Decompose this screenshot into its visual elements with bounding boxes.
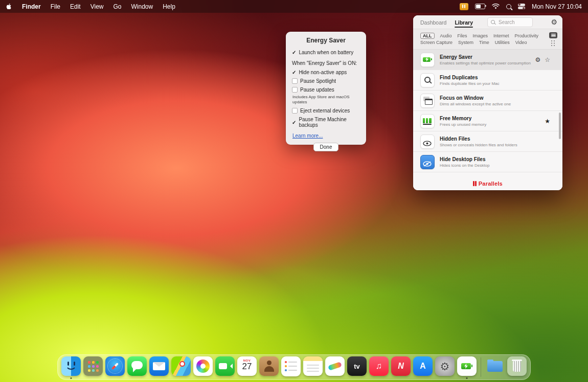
checkbox-pause-time-machine[interactable] — [292, 120, 296, 125]
parallels-toolbox-window: Dashboard Library ⚙ ALL Audio Files Imag… — [413, 15, 562, 190]
dock-system-settings[interactable]: ⚙ — [435, 356, 455, 378]
dock-news[interactable]: N — [391, 356, 411, 378]
list-view-toggle[interactable] — [549, 32, 557, 38]
dialog-footer: Done — [292, 143, 360, 151]
favorite-star-icon[interactable]: ☆ — [545, 57, 550, 63]
filter-audio[interactable]: Audio — [440, 33, 452, 38]
menu-clock[interactable]: Mon Nov 27 10:04 — [532, 3, 582, 10]
scrollbar[interactable] — [559, 113, 561, 139]
option-eject-external-devices[interactable]: Eject external devices — [292, 108, 360, 114]
filter-time[interactable]: Time — [479, 40, 489, 45]
tab-library[interactable]: Library — [455, 17, 473, 27]
tool-row-find-duplicates[interactable]: Find Duplicates Finds duplicate files on… — [413, 70, 562, 91]
checkbox-pause-updates[interactable] — [292, 87, 298, 93]
filter-video[interactable]: Video — [515, 40, 527, 45]
menu-view[interactable]: View — [91, 3, 104, 10]
dock-messages[interactable] — [127, 356, 147, 378]
menu-finder[interactable]: Finder — [22, 3, 41, 10]
grid-view-toggle[interactable] — [551, 40, 556, 47]
filter-internet[interactable]: Internet — [493, 33, 509, 38]
filter-all[interactable]: ALL — [420, 33, 435, 39]
dock-photos[interactable] — [193, 356, 213, 378]
trash-icon — [507, 356, 527, 376]
tool-name: Energy Saver — [440, 54, 530, 60]
option-pause-time-machine[interactable]: Pause Time Machine backups — [292, 117, 360, 128]
free-memory-icon — [420, 114, 435, 128]
dock-parallels-toolbox[interactable] — [457, 356, 477, 378]
learn-more-link[interactable]: Learn more... — [292, 133, 323, 139]
dock-tv[interactable]: tv — [347, 356, 367, 378]
dock-finder[interactable] — [61, 356, 81, 378]
apple-tv-icon: tv — [347, 356, 367, 376]
spotlight-icon[interactable] — [506, 4, 511, 9]
yellow-widget-icon[interactable] — [460, 3, 468, 10]
filter-utilities[interactable]: Utilities — [495, 40, 510, 45]
menu-go[interactable]: Go — [114, 3, 122, 10]
dock-calendar[interactable]: NOV 27 — [237, 356, 257, 378]
done-button[interactable]: Done — [313, 143, 339, 151]
dock-notes[interactable] — [303, 356, 323, 378]
photos-icon — [193, 356, 213, 376]
checkbox-pause-spotlight[interactable] — [292, 78, 298, 84]
dock-contacts[interactable] — [259, 356, 279, 378]
checkbox-launch-on-battery[interactable] — [292, 50, 296, 55]
tab-dashboard[interactable]: Dashboard — [420, 17, 446, 27]
reminders-icon — [281, 356, 301, 376]
favorite-star-icon[interactable]: ★ — [545, 118, 550, 124]
downloads-folder-icon — [485, 356, 505, 376]
toolbox-header: Dashboard Library ⚙ — [413, 15, 562, 29]
dock-mail[interactable] — [149, 356, 169, 378]
tool-settings-gear-icon[interactable]: ⚙ — [535, 57, 540, 63]
wifi-icon[interactable] — [492, 4, 500, 9]
apple-logo-icon[interactable] — [6, 3, 12, 10]
option-pause-updates[interactable]: Pause updates — [292, 87, 360, 93]
filter-system[interactable]: System — [458, 40, 473, 45]
checkbox-hide-non-active-apps[interactable] — [292, 70, 296, 75]
tool-description: Finds duplicate files on your Mac — [440, 81, 500, 86]
filter-files[interactable]: Files — [458, 33, 467, 38]
dock-facetime[interactable] — [215, 356, 235, 378]
notes-icon — [303, 356, 323, 376]
dock-app-store[interactable]: A — [413, 356, 433, 378]
dock-safari[interactable] — [105, 356, 125, 378]
control-center-icon[interactable] — [518, 4, 525, 10]
dock-downloads[interactable] — [485, 356, 505, 378]
tool-row-hidden-files[interactable]: Hidden Files Shows or conceals hidden fi… — [413, 131, 562, 152]
search-box[interactable] — [487, 17, 533, 27]
settings-gear-icon[interactable]: ⚙ — [551, 18, 557, 26]
filter-bar: ALL Audio Files Images Internet Producti… — [413, 29, 562, 50]
tool-row-free-memory[interactable]: Free Memory Frees up unused memory ★ — [413, 111, 562, 131]
tool-row-hide-desktop-files[interactable]: Hide Desktop Files Hides icons on the De… — [413, 152, 562, 172]
search-input[interactable] — [497, 19, 529, 26]
tool-row-focus-on-window[interactable]: Focus on Window Dims all windows except … — [413, 91, 562, 111]
find-duplicates-icon — [420, 73, 435, 87]
system-settings-gear-icon: ⚙ — [435, 356, 455, 376]
option-launch-when-on-battery[interactable]: Launch when on battery — [292, 50, 360, 55]
dock: NOV 27 tv ♫ N A ⚙ — [57, 354, 531, 380]
option-hide-non-active-apps[interactable]: Hide non-active apps — [292, 70, 360, 75]
tool-description: Dims all windows except the active one — [440, 102, 511, 106]
dock-reminders[interactable] — [281, 356, 301, 378]
menu-help[interactable]: Help — [163, 3, 175, 10]
filter-images[interactable]: Images — [473, 33, 488, 38]
dock-freeform[interactable] — [325, 356, 345, 378]
dock-launchpad[interactable] — [83, 356, 103, 378]
menu-bar-left: Finder File Edit View Go Window Help — [6, 3, 175, 10]
menu-edit[interactable]: Edit — [70, 3, 81, 10]
tool-name: Free Memory — [440, 116, 486, 121]
dock-music[interactable]: ♫ — [369, 356, 389, 378]
option-label: Hide non-active apps — [299, 70, 347, 75]
filter-productivity[interactable]: Productivity — [515, 33, 539, 38]
option-label: Launch when on battery — [299, 50, 353, 55]
option-pause-spotlight[interactable]: Pause Spotlight — [292, 78, 360, 84]
dock-maps[interactable] — [171, 356, 191, 378]
checkbox-eject-external-devices[interactable] — [292, 108, 298, 114]
contacts-icon — [259, 356, 279, 376]
dock-trash[interactable] — [507, 356, 527, 378]
menu-file[interactable]: File — [51, 3, 60, 10]
energy-saver-icon — [420, 53, 435, 67]
battery-icon[interactable] — [475, 4, 485, 9]
menu-window[interactable]: Window — [131, 3, 153, 10]
tool-row-energy-saver[interactable]: Energy Saver Enables settings that optim… — [413, 50, 562, 70]
filter-screen-capture[interactable]: Screen Capture — [420, 40, 453, 45]
